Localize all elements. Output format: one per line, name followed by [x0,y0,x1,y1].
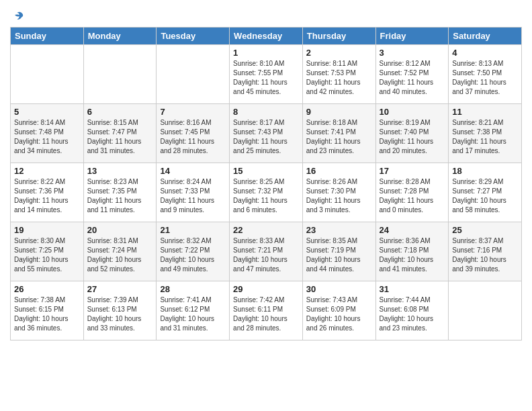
day-cell [11,45,84,104]
day-number: 22 [233,225,299,235]
day-info: Sunrise: 8:24 AM Sunset: 7:33 PM Dayligh… [160,177,226,215]
day-number: 11 [452,107,518,117]
day-cell: 25Sunrise: 8:37 AM Sunset: 7:16 PM Dayli… [449,222,522,281]
day-cell [83,45,157,104]
day-number: 12 [14,166,80,176]
day-info: Sunrise: 8:15 AM Sunset: 7:47 PM Dayligh… [87,118,153,156]
weekday-sunday: Sunday [11,28,84,45]
day-cell: 4Sunrise: 8:13 AM Sunset: 7:50 PM Daylig… [449,45,522,104]
day-number: 30 [306,284,372,294]
day-cell: 18Sunrise: 8:29 AM Sunset: 7:27 PM Dayli… [449,163,522,222]
day-info: Sunrise: 8:16 AM Sunset: 7:45 PM Dayligh… [160,118,226,156]
day-number: 17 [380,166,445,176]
day-cell: 27Sunrise: 7:39 AM Sunset: 6:13 PM Dayli… [83,281,157,340]
day-cell: 12Sunrise: 8:22 AM Sunset: 7:36 PM Dayli… [11,163,84,222]
day-cell: 8Sunrise: 8:17 AM Sunset: 7:43 PM Daylig… [230,104,303,163]
day-info: Sunrise: 8:25 AM Sunset: 7:32 PM Dayligh… [233,177,299,215]
weekday-friday: Friday [375,28,449,45]
day-info: Sunrise: 7:42 AM Sunset: 6:11 PM Dayligh… [233,295,299,333]
day-info: Sunrise: 8:14 AM Sunset: 7:48 PM Dayligh… [14,118,80,156]
day-number: 13 [87,166,153,176]
day-info: Sunrise: 8:32 AM Sunset: 7:22 PM Dayligh… [160,236,226,274]
day-number: 31 [380,284,445,294]
day-info: Sunrise: 8:30 AM Sunset: 7:25 PM Dayligh… [14,236,80,274]
day-cell: 9Sunrise: 8:18 AM Sunset: 7:41 PM Daylig… [302,104,375,163]
day-info: Sunrise: 8:11 AM Sunset: 7:53 PM Dayligh… [306,59,372,97]
weekday-tuesday: Tuesday [157,28,230,45]
day-number: 28 [160,284,226,294]
day-cell: 19Sunrise: 8:30 AM Sunset: 7:25 PM Dayli… [11,222,84,281]
day-number: 14 [160,166,226,176]
day-cell: 11Sunrise: 8:21 AM Sunset: 7:38 PM Dayli… [449,104,522,163]
day-info: Sunrise: 8:35 AM Sunset: 7:19 PM Dayligh… [306,236,372,274]
day-cell: 3Sunrise: 8:12 AM Sunset: 7:52 PM Daylig… [375,45,449,104]
day-number: 27 [87,284,153,294]
day-cell: 17Sunrise: 8:28 AM Sunset: 7:28 PM Dayli… [375,163,449,222]
weekday-monday: Monday [83,28,157,45]
day-number: 4 [452,48,518,58]
week-row-3: 12Sunrise: 8:22 AM Sunset: 7:36 PM Dayli… [11,163,522,222]
week-row-4: 19Sunrise: 8:30 AM Sunset: 7:25 PM Dayli… [11,222,522,281]
day-info: Sunrise: 7:39 AM Sunset: 6:13 PM Dayligh… [87,295,153,333]
day-number: 15 [233,166,299,176]
day-number: 8 [233,107,299,117]
logo-bird-icon [11,9,25,23]
day-number: 7 [160,107,226,117]
day-cell [449,281,522,340]
day-number: 10 [380,107,445,117]
day-cell: 16Sunrise: 8:26 AM Sunset: 7:30 PM Dayli… [302,163,375,222]
page: SundayMondayTuesdayWednesdayThursdayFrid… [0,0,532,411]
day-number: 9 [306,107,372,117]
day-cell: 20Sunrise: 8:31 AM Sunset: 7:24 PM Dayli… [83,222,157,281]
day-cell: 26Sunrise: 7:38 AM Sunset: 6:15 PM Dayli… [11,281,84,340]
day-info: Sunrise: 8:19 AM Sunset: 7:40 PM Dayligh… [380,118,445,156]
day-number: 2 [306,48,372,58]
day-cell: 7Sunrise: 8:16 AM Sunset: 7:45 PM Daylig… [157,104,230,163]
header [10,7,522,23]
day-info: Sunrise: 7:43 AM Sunset: 6:09 PM Dayligh… [306,295,372,333]
day-number: 16 [306,166,372,176]
day-info: Sunrise: 8:13 AM Sunset: 7:50 PM Dayligh… [452,59,518,97]
day-number: 20 [87,225,153,235]
day-cell: 22Sunrise: 8:33 AM Sunset: 7:21 PM Dayli… [230,222,303,281]
day-info: Sunrise: 8:12 AM Sunset: 7:52 PM Dayligh… [380,59,445,97]
day-info: Sunrise: 8:28 AM Sunset: 7:28 PM Dayligh… [380,177,445,215]
day-cell: 5Sunrise: 8:14 AM Sunset: 7:48 PM Daylig… [11,104,84,163]
day-info: Sunrise: 8:29 AM Sunset: 7:27 PM Dayligh… [452,177,518,215]
calendar: SundayMondayTuesdayWednesdayThursdayFrid… [10,27,522,340]
day-cell: 10Sunrise: 8:19 AM Sunset: 7:40 PM Dayli… [375,104,449,163]
day-info: Sunrise: 8:17 AM Sunset: 7:43 PM Dayligh… [233,118,299,156]
weekday-header-row: SundayMondayTuesdayWednesdayThursdayFrid… [11,28,522,45]
day-number: 25 [452,225,518,235]
day-number: 29 [233,284,299,294]
day-number: 3 [380,48,445,58]
day-cell: 6Sunrise: 8:15 AM Sunset: 7:47 PM Daylig… [83,104,157,163]
day-info: Sunrise: 7:38 AM Sunset: 6:15 PM Dayligh… [14,295,80,333]
day-cell: 30Sunrise: 7:43 AM Sunset: 6:09 PM Dayli… [302,281,375,340]
day-info: Sunrise: 8:37 AM Sunset: 7:16 PM Dayligh… [452,236,518,274]
day-number: 24 [380,225,445,235]
day-cell: 24Sunrise: 8:36 AM Sunset: 7:18 PM Dayli… [375,222,449,281]
weekday-wednesday: Wednesday [230,28,303,45]
day-cell: 15Sunrise: 8:25 AM Sunset: 7:32 PM Dayli… [230,163,303,222]
day-cell: 1Sunrise: 8:10 AM Sunset: 7:55 PM Daylig… [230,45,303,104]
day-info: Sunrise: 8:36 AM Sunset: 7:18 PM Dayligh… [380,236,445,274]
day-info: Sunrise: 8:22 AM Sunset: 7:36 PM Dayligh… [14,177,80,215]
day-cell [157,45,230,104]
day-number: 21 [160,225,226,235]
week-row-5: 26Sunrise: 7:38 AM Sunset: 6:15 PM Dayli… [11,281,522,340]
day-number: 5 [14,107,80,117]
day-info: Sunrise: 8:21 AM Sunset: 7:38 PM Dayligh… [452,118,518,156]
day-cell: 29Sunrise: 7:42 AM Sunset: 6:11 PM Dayli… [230,281,303,340]
day-info: Sunrise: 8:33 AM Sunset: 7:21 PM Dayligh… [233,236,299,274]
day-cell: 13Sunrise: 8:23 AM Sunset: 7:35 PM Dayli… [83,163,157,222]
day-cell: 28Sunrise: 7:41 AM Sunset: 6:12 PM Dayli… [157,281,230,340]
day-info: Sunrise: 8:23 AM Sunset: 7:35 PM Dayligh… [87,177,153,215]
weekday-thursday: Thursday [302,28,375,45]
day-cell: 21Sunrise: 8:32 AM Sunset: 7:22 PM Dayli… [157,222,230,281]
day-number: 6 [87,107,153,117]
week-row-1: 1Sunrise: 8:10 AM Sunset: 7:55 PM Daylig… [11,45,522,104]
day-number: 23 [306,225,372,235]
day-info: Sunrise: 8:31 AM Sunset: 7:24 PM Dayligh… [87,236,153,274]
day-cell: 2Sunrise: 8:11 AM Sunset: 7:53 PM Daylig… [302,45,375,104]
